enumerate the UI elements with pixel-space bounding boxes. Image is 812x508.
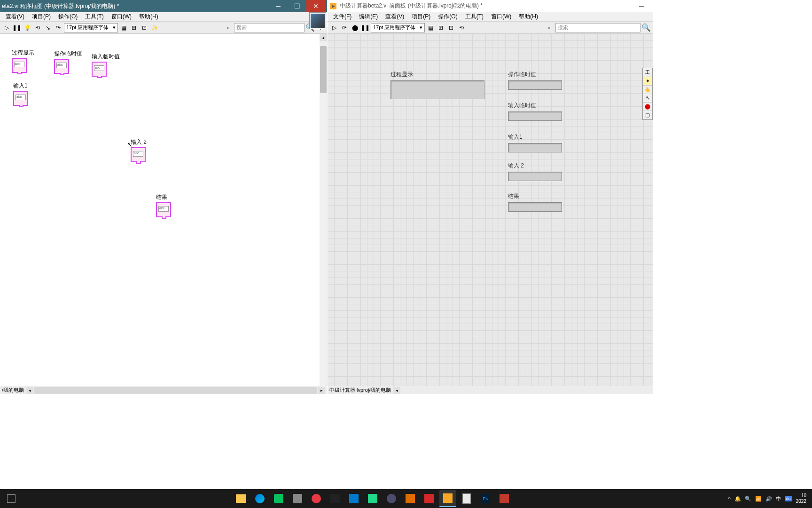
clock[interactable]: 10 2022 [796,493,806,504]
edge-icon[interactable] [251,490,268,507]
control-result[interactable]: 结果 [508,192,562,212]
matlab-icon[interactable] [402,490,419,507]
node-result[interactable]: 结果 [156,193,171,217]
distribute-button[interactable]: ⊞ [129,23,139,32]
maximize-button[interactable]: ☐ [288,0,306,12]
menu-project[interactable]: 项目(P) [408,13,434,21]
menu-window[interactable]: 窗口(W) [487,13,515,21]
control-input2[interactable]: 输入 2 [508,162,562,181]
string-indicator[interactable] [508,202,562,212]
scroll-left-icon[interactable]: ◂ [393,387,400,394]
minimize-button[interactable]: ─ [269,0,288,12]
highlight-button[interactable]: 💡 [23,23,32,32]
menu-view[interactable]: 查看(V) [382,13,408,21]
tray-network-icon[interactable]: 📶 [755,496,762,502]
taskbar[interactable]: Ps ^ 🔔 🔍 📶 🔊 中 du 10 2022 [0,489,812,508]
node-input-temp[interactable]: 输入临时值 [92,53,120,77]
breakpoint-tool-icon[interactable]: ⬤ [643,103,652,111]
tray-volume-icon[interactable]: 🔊 [765,496,772,502]
scroll-thumb[interactable] [320,46,327,93]
run-button[interactable]: ▷ [329,23,339,32]
reorder-button[interactable]: ⊡ [140,23,149,32]
string-indicator[interactable] [508,80,562,90]
titlebar-left[interactable]: eta2.vi 程序框图 (中级计算器.lvproj/我的电脑) * ─ ☐ ✕ [0,0,327,12]
app-icon-2[interactable] [308,490,325,507]
photoshop-icon[interactable]: Ps [477,490,494,507]
explorer-icon[interactable] [233,490,250,507]
string-indicator[interactable] [508,172,562,181]
font-select-left[interactable]: 17pt 应用程序字体 ▾ [64,23,118,32]
app-icon-5[interactable] [421,490,437,507]
labview-icon[interactable] [439,490,456,507]
app-icon-1[interactable] [289,490,306,507]
auto-tool-icon[interactable]: ✦ [643,77,652,86]
color-tool-icon[interactable]: ▢ [643,111,652,119]
menu-view[interactable]: 查看(V) [2,13,28,21]
control-input1[interactable]: 输入1 [508,133,562,152]
menu-help[interactable]: 帮助(H) [135,13,162,21]
menu-window[interactable]: 窗口(W) [108,13,135,21]
string-indicator[interactable] [508,143,562,152]
control-proc-display[interactable]: 过程显示 [390,71,484,99]
scrollbar-horizontal-left[interactable] [34,387,317,394]
cleanup-button[interactable]: ✨ [150,23,159,32]
scroll-left-icon[interactable]: ◂ [26,387,33,394]
close-button[interactable]: ✕ [306,0,325,12]
step-into-button[interactable]: ↘ [43,23,53,32]
string-indicator[interactable] [508,111,562,121]
start-button[interactable] [2,489,21,508]
scrollbar-vertical-left[interactable]: ▴ [320,34,327,387]
font-select-right[interactable]: 17pt 应用程序字体 ▾ [371,23,425,32]
position-tool-icon[interactable]: ↖ [643,94,652,103]
search-icon[interactable]: 🔍 [641,23,651,32]
tools-palette[interactable]: 工 ✦ 👆 ↖ ⬤ ▢ [642,68,653,120]
pause-button[interactable]: ❚❚ [360,23,370,32]
menu-file[interactable]: 文件(F) [329,13,355,21]
tray-notify-icon[interactable]: 🔔 [734,496,741,502]
operate-tool-icon[interactable]: 👆 [643,86,652,94]
distribute-button[interactable]: ⊞ [436,23,445,32]
node-op-temp[interactable]: 操作临时值 [54,50,82,74]
menu-project[interactable]: 项目(P) [28,13,55,21]
menu-tools[interactable]: 工具(T) [81,13,107,21]
notepad-icon[interactable] [458,490,475,507]
app-icon-6[interactable] [496,490,513,507]
app-icon-3[interactable] [327,490,344,507]
tray-ime[interactable]: 中 [776,495,781,502]
control-op-temp[interactable]: 操作临时值 [508,71,562,90]
menu-tools[interactable]: 工具(T) [461,13,487,21]
menu-edit[interactable]: 编辑(E) [355,13,382,21]
system-tray[interactable]: ^ 🔔 🔍 📶 🔊 中 du 10 2022 [725,493,810,504]
pause-button[interactable]: ❚❚ [12,23,22,32]
scroll-up-icon[interactable]: ▴ [320,34,327,41]
tray-du-icon[interactable]: du [785,496,792,501]
front-panel-canvas[interactable]: 过程显示 操作临时值 输入临时值 输入1 输入 2 结果 工 ✦ 👆 ↖ [328,34,653,386]
search-input-right[interactable]: 搜索 [555,23,640,32]
search-input-left[interactable]: 搜索 [234,23,304,32]
scroll-right-icon[interactable]: ▸ [318,387,325,394]
pycharm-icon[interactable] [364,490,381,507]
run-button[interactable]: ▷ [2,23,11,32]
minimize-button[interactable]: ─ [632,0,651,12]
align-button[interactable]: ▦ [119,23,128,32]
string-indicator[interactable] [390,80,484,99]
control-input-temp[interactable]: 输入临时值 [508,102,562,121]
node-input1[interactable]: 输入1 [13,82,28,106]
retain-wire-button[interactable]: ⟲ [33,23,42,32]
titlebar-right[interactable]: ▶ 中级计算器beta2.vi 前面板 (中级计算器.lvproj/我的电脑) … [328,0,653,12]
menu-operate[interactable]: 操作(O) [434,13,461,21]
app-icon-4[interactable] [383,490,400,507]
resize-button[interactable]: ⊡ [446,23,456,32]
node-proc-display[interactable]: 过程显示 [12,49,34,73]
tray-expand-icon[interactable]: ^ [728,496,731,501]
tray-search-icon[interactable]: 🔍 [745,496,751,502]
vi-icon-left[interactable] [309,12,326,29]
run-continuous-button[interactable]: ⟳ [340,23,349,32]
align-button[interactable]: ▦ [426,23,435,32]
reorder-button[interactable]: ⟲ [457,23,466,32]
vscode-icon[interactable] [345,490,362,507]
menu-operate[interactable]: 操作(O) [55,13,81,21]
wechat-icon[interactable] [270,490,287,507]
block-diagram-canvas[interactable]: delta (-92,-79) 过程显示 操作临时值 输入临时值 输入1 输入 … [0,34,327,386]
menu-help[interactable]: 帮助(H) [515,13,542,21]
